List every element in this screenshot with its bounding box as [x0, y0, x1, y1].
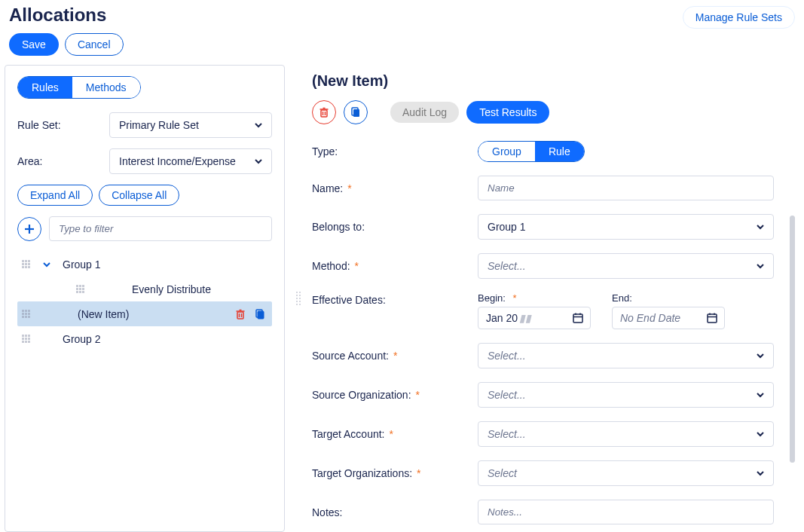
copy-button[interactable]	[344, 100, 368, 124]
chevron-down-icon	[755, 261, 766, 271]
type-group-option[interactable]: Group	[478, 142, 535, 161]
required-marker: *	[417, 467, 420, 479]
rule-set-label: Rule Set:	[17, 119, 100, 131]
detail-title: (New Item)	[312, 72, 804, 90]
effective-dates-label: Effective Dates:	[312, 292, 478, 306]
notes-label: Notes:	[312, 506, 478, 518]
save-button[interactable]: Save	[9, 33, 59, 56]
area-value: Interest Income/Expense	[119, 155, 236, 167]
required-marker: *	[393, 350, 397, 362]
chevron-down-icon	[755, 390, 766, 400]
required-marker: *	[390, 428, 393, 440]
calendar-icon	[706, 312, 718, 324]
target-organizations-select[interactable]: Select	[478, 460, 774, 486]
svg-rect-20	[708, 314, 717, 323]
tree-label: Group 1	[63, 258, 101, 271]
tree-label: Group 2	[63, 333, 101, 345]
collapse-toggle[interactable]	[40, 260, 53, 269]
method-placeholder: Select...	[488, 260, 526, 272]
left-panel: Rules Methods Rule Set: Primary Rule Set…	[5, 65, 285, 532]
plus-icon	[23, 223, 35, 235]
begin-date-value: Jan 20	[486, 312, 518, 324]
chevron-down-icon	[755, 222, 766, 232]
copy-icon[interactable]	[254, 308, 266, 320]
cancel-button[interactable]: Cancel	[65, 33, 124, 56]
tree-label: (New Item)	[78, 308, 129, 320]
target-organizations-label: Target Organizations:*	[312, 467, 478, 479]
area-select[interactable]: Interest Income/Expense	[109, 148, 272, 174]
page-title: Allocations	[9, 5, 106, 26]
panel-splitter[interactable]	[295, 65, 301, 532]
drag-handle-icon[interactable]	[76, 285, 87, 293]
end-date-placeholder: No End Date	[620, 312, 680, 324]
audit-log-button[interactable]: Audit Log	[390, 102, 459, 123]
source-organization-select[interactable]: Select...	[478, 382, 774, 408]
chevron-down-icon	[755, 468, 766, 478]
right-panel: (New Item) Audit Log Test Results Type: …	[312, 65, 804, 532]
test-results-button[interactable]: Test Results	[466, 101, 549, 124]
name-input[interactable]	[478, 176, 774, 200]
trash-icon	[318, 106, 330, 118]
target-account-select[interactable]: Select...	[478, 421, 774, 447]
source-organization-label: Source Organization:*	[312, 389, 478, 401]
name-label: Name:*	[312, 182, 478, 194]
begin-label: Begin: *	[478, 292, 591, 304]
area-label: Area:	[17, 155, 100, 167]
end-date-input[interactable]: No End Date	[612, 307, 725, 329]
tab-methods[interactable]: Methods	[72, 77, 140, 98]
rule-tree: Group 1 Evenly Distribute (New Item)	[17, 252, 272, 351]
select-placeholder: Select	[488, 467, 517, 479]
tree-row-group1[interactable]: Group 1	[17, 252, 272, 277]
begin-date-input[interactable]: Jan 20▮▮	[478, 307, 591, 329]
chevron-down-icon	[253, 120, 264, 130]
tree-row-new-item[interactable]: (New Item)	[17, 301, 272, 326]
belongs-to-select[interactable]: Group 1	[478, 214, 774, 240]
drag-handle-icon[interactable]	[22, 310, 32, 318]
rule-set-value: Primary Rule Set	[119, 119, 199, 131]
collapse-all-button[interactable]: Collapse All	[99, 185, 179, 206]
svg-rect-9	[321, 110, 327, 117]
type-rule-option[interactable]: Rule	[535, 142, 584, 161]
select-placeholder: Select...	[488, 350, 526, 362]
drag-handle-icon[interactable]	[22, 260, 32, 268]
required-marker: *	[347, 182, 351, 194]
rules-methods-toggle: Rules Methods	[17, 76, 141, 99]
scrollbar[interactable]	[790, 216, 795, 463]
svg-rect-16	[573, 314, 582, 323]
tree-row-evenly[interactable]: Evenly Distribute	[17, 277, 272, 301]
splitter-handle-icon	[296, 292, 301, 305]
select-placeholder: Select...	[488, 389, 526, 401]
copy-icon	[350, 106, 362, 118]
rule-set-select[interactable]: Primary Rule Set	[109, 112, 272, 138]
drag-handle-icon[interactable]	[22, 335, 32, 343]
delete-button[interactable]	[312, 100, 336, 124]
add-rule-button[interactable]	[17, 217, 41, 241]
manage-rule-sets-button[interactable]: Manage Rule Sets	[683, 6, 795, 29]
target-account-label: Target Account:*	[312, 428, 478, 440]
tree-row-group2[interactable]: Group 2	[17, 326, 272, 351]
method-label: Method:*	[312, 260, 478, 272]
type-label: Type:	[312, 145, 478, 157]
belongs-to-label: Belongs to:	[312, 221, 478, 233]
source-account-label: Source Account:*	[312, 350, 478, 362]
end-label: End:	[612, 292, 725, 304]
chevron-down-icon	[42, 260, 51, 269]
chevron-down-icon	[253, 156, 264, 167]
tree-label: Evenly Distribute	[132, 283, 211, 295]
tab-rules[interactable]: Rules	[18, 77, 72, 98]
required-marker: *	[416, 389, 420, 401]
type-toggle: Group Rule	[478, 141, 585, 162]
chevron-down-icon	[755, 429, 766, 439]
expand-all-button[interactable]: Expand All	[17, 185, 93, 206]
required-marker: *	[510, 292, 517, 304]
chevron-down-icon	[755, 350, 766, 361]
required-marker: *	[355, 260, 359, 272]
select-placeholder: Select...	[488, 428, 526, 440]
trash-icon[interactable]	[234, 308, 246, 320]
filter-input[interactable]	[49, 216, 272, 241]
method-select[interactable]: Select...	[478, 253, 774, 279]
svg-rect-2	[237, 312, 243, 319]
belongs-to-value: Group 1	[488, 221, 526, 233]
notes-input[interactable]	[478, 500, 774, 524]
source-account-select[interactable]: Select...	[478, 343, 774, 368]
